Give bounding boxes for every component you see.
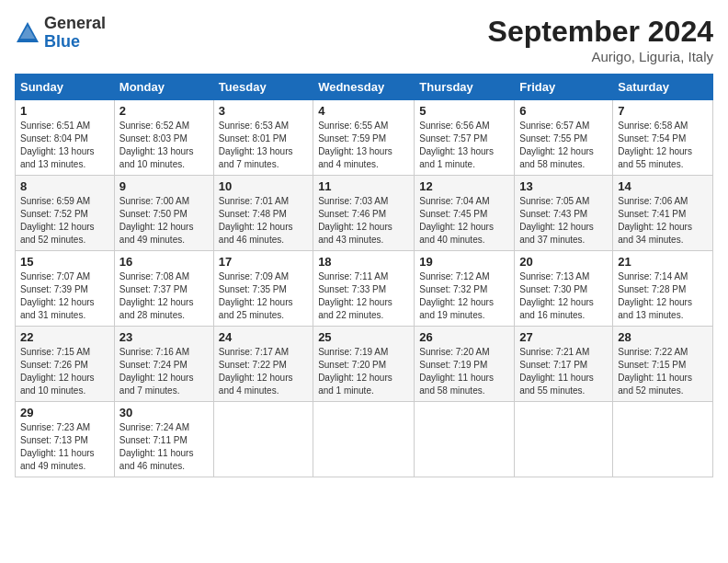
day-cell: 12Sunrise: 7:04 AM Sunset: 7:45 PM Dayli… — [415, 176, 515, 251]
day-info: Sunrise: 7:07 AM Sunset: 7:39 PM Dayligh… — [20, 270, 109, 322]
day-info: Sunrise: 7:14 AM Sunset: 7:28 PM Dayligh… — [618, 270, 708, 322]
day-number: 12 — [419, 179, 509, 193]
week-row-3: 15Sunrise: 7:07 AM Sunset: 7:39 PM Dayli… — [16, 251, 713, 327]
day-cell: 2Sunrise: 6:52 AM Sunset: 8:03 PM Daylig… — [114, 100, 213, 176]
day-number: 13 — [519, 179, 608, 193]
day-info: Sunrise: 7:13 AM Sunset: 7:30 PM Dayligh… — [519, 270, 608, 322]
day-number: 19 — [419, 255, 509, 269]
day-number: 27 — [519, 330, 608, 344]
dow-header-friday: Friday — [515, 75, 613, 100]
dow-header-thursday: Thursday — [415, 75, 515, 100]
dow-header-monday: Monday — [114, 75, 213, 100]
day-number: 11 — [318, 179, 409, 193]
day-number: 29 — [20, 406, 109, 419]
dow-header-sunday: Sunday — [16, 75, 115, 100]
day-number: 21 — [618, 255, 708, 269]
day-info: Sunrise: 7:17 AM Sunset: 7:22 PM Dayligh… — [219, 346, 308, 397]
day-cell — [213, 402, 313, 477]
day-cell: 4Sunrise: 6:55 AM Sunset: 7:59 PM Daylig… — [313, 100, 415, 176]
day-info: Sunrise: 6:52 AM Sunset: 8:03 PM Dayligh… — [119, 120, 209, 171]
day-info: Sunrise: 7:04 AM Sunset: 7:45 PM Dayligh… — [419, 195, 509, 247]
day-cell: 9Sunrise: 7:00 AM Sunset: 7:50 PM Daylig… — [114, 176, 213, 251]
day-number: 1 — [20, 104, 109, 118]
day-cell: 30Sunrise: 7:24 AM Sunset: 7:11 PM Dayli… — [114, 402, 213, 477]
day-number: 15 — [20, 255, 109, 269]
day-cell: 6Sunrise: 6:57 AM Sunset: 7:55 PM Daylig… — [515, 100, 613, 176]
day-cell: 28Sunrise: 7:22 AM Sunset: 7:15 PM Dayli… — [613, 327, 713, 402]
day-info: Sunrise: 6:58 AM Sunset: 7:54 PM Dayligh… — [618, 120, 708, 171]
day-cell: 1Sunrise: 6:51 AM Sunset: 8:04 PM Daylig… — [16, 100, 115, 176]
location: Aurigo, Liguria, Italy — [488, 49, 713, 64]
day-info: Sunrise: 6:55 AM Sunset: 7:59 PM Dayligh… — [318, 120, 409, 171]
day-number: 2 — [119, 104, 209, 118]
day-number: 6 — [519, 104, 608, 118]
day-info: Sunrise: 7:20 AM Sunset: 7:19 PM Dayligh… — [419, 346, 509, 397]
day-info: Sunrise: 6:56 AM Sunset: 7:57 PM Dayligh… — [419, 120, 509, 171]
day-cell: 5Sunrise: 6:56 AM Sunset: 7:57 PM Daylig… — [415, 100, 515, 176]
day-number: 22 — [20, 330, 109, 344]
dow-header-tuesday: Tuesday — [213, 75, 313, 100]
day-cell — [515, 402, 613, 477]
dow-header-saturday: Saturday — [613, 75, 713, 100]
logo-text: General Blue — [44, 15, 106, 52]
day-number: 26 — [419, 330, 509, 344]
day-info: Sunrise: 6:51 AM Sunset: 8:04 PM Dayligh… — [20, 120, 109, 171]
day-info: Sunrise: 7:16 AM Sunset: 7:24 PM Dayligh… — [119, 346, 209, 397]
day-info: Sunrise: 7:24 AM Sunset: 7:11 PM Dayligh… — [119, 421, 209, 473]
day-cell: 25Sunrise: 7:19 AM Sunset: 7:20 PM Dayli… — [313, 327, 415, 402]
day-info: Sunrise: 7:00 AM Sunset: 7:50 PM Dayligh… — [119, 195, 209, 247]
logo-blue: Blue — [44, 33, 106, 52]
logo: General Blue — [15, 15, 106, 52]
day-cell: 19Sunrise: 7:12 AM Sunset: 7:32 PM Dayli… — [415, 251, 515, 327]
day-info: Sunrise: 7:09 AM Sunset: 7:35 PM Dayligh… — [219, 270, 308, 322]
day-number: 25 — [318, 330, 409, 344]
calendar-table: SundayMondayTuesdayWednesdayThursdayFrid… — [15, 74, 713, 477]
day-cell: 17Sunrise: 7:09 AM Sunset: 7:35 PM Dayli… — [213, 251, 313, 327]
day-cell: 27Sunrise: 7:21 AM Sunset: 7:17 PM Dayli… — [515, 327, 613, 402]
day-number: 20 — [519, 255, 608, 269]
day-number: 30 — [119, 406, 209, 419]
logo-general: General — [44, 15, 106, 33]
day-cell: 18Sunrise: 7:11 AM Sunset: 7:33 PM Dayli… — [313, 251, 415, 327]
week-row-2: 8Sunrise: 6:59 AM Sunset: 7:52 PM Daylig… — [16, 176, 713, 251]
title-block: September 2024 Aurigo, Liguria, Italy — [488, 15, 713, 64]
week-row-4: 22Sunrise: 7:15 AM Sunset: 7:26 PM Dayli… — [16, 327, 713, 402]
day-number: 14 — [618, 179, 708, 193]
day-info: Sunrise: 7:05 AM Sunset: 7:43 PM Dayligh… — [519, 195, 608, 247]
day-info: Sunrise: 6:59 AM Sunset: 7:52 PM Dayligh… — [20, 195, 109, 247]
day-info: Sunrise: 6:57 AM Sunset: 7:55 PM Dayligh… — [519, 120, 608, 171]
day-number: 7 — [618, 104, 708, 118]
day-number: 18 — [318, 255, 409, 269]
day-cell — [613, 402, 713, 477]
dow-header-wednesday: Wednesday — [313, 75, 415, 100]
day-cell: 23Sunrise: 7:16 AM Sunset: 7:24 PM Dayli… — [114, 327, 213, 402]
day-info: Sunrise: 7:03 AM Sunset: 7:46 PM Dayligh… — [318, 195, 409, 247]
calendar-body: 1Sunrise: 6:51 AM Sunset: 8:04 PM Daylig… — [16, 100, 713, 477]
day-number: 9 — [119, 179, 209, 193]
day-cell: 3Sunrise: 6:53 AM Sunset: 8:01 PM Daylig… — [213, 100, 313, 176]
day-cell: 11Sunrise: 7:03 AM Sunset: 7:46 PM Dayli… — [313, 176, 415, 251]
day-cell: 16Sunrise: 7:08 AM Sunset: 7:37 PM Dayli… — [114, 251, 213, 327]
day-cell: 22Sunrise: 7:15 AM Sunset: 7:26 PM Dayli… — [16, 327, 115, 402]
day-info: Sunrise: 7:15 AM Sunset: 7:26 PM Dayligh… — [20, 346, 109, 397]
day-cell: 10Sunrise: 7:01 AM Sunset: 7:48 PM Dayli… — [213, 176, 313, 251]
week-row-5: 29Sunrise: 7:23 AM Sunset: 7:13 PM Dayli… — [16, 402, 713, 477]
day-cell: 8Sunrise: 6:59 AM Sunset: 7:52 PM Daylig… — [16, 176, 115, 251]
day-info: Sunrise: 7:06 AM Sunset: 7:41 PM Dayligh… — [618, 195, 708, 247]
month-title: September 2024 — [488, 15, 713, 49]
page-header: General Blue September 2024 Aurigo, Ligu… — [15, 15, 713, 64]
day-info: Sunrise: 6:53 AM Sunset: 8:01 PM Dayligh… — [219, 120, 308, 171]
day-cell: 26Sunrise: 7:20 AM Sunset: 7:19 PM Dayli… — [415, 327, 515, 402]
day-info: Sunrise: 7:08 AM Sunset: 7:37 PM Dayligh… — [119, 270, 209, 322]
week-row-1: 1Sunrise: 6:51 AM Sunset: 8:04 PM Daylig… — [16, 100, 713, 176]
day-info: Sunrise: 7:19 AM Sunset: 7:20 PM Dayligh… — [318, 346, 409, 397]
day-cell — [313, 402, 415, 477]
day-number: 17 — [219, 255, 308, 269]
day-cell: 24Sunrise: 7:17 AM Sunset: 7:22 PM Dayli… — [213, 327, 313, 402]
day-number: 4 — [318, 104, 409, 118]
day-info: Sunrise: 7:12 AM Sunset: 7:32 PM Dayligh… — [419, 270, 509, 322]
day-number: 16 — [119, 255, 209, 269]
day-number: 28 — [618, 330, 708, 344]
day-cell: 21Sunrise: 7:14 AM Sunset: 7:28 PM Dayli… — [613, 251, 713, 327]
day-number: 10 — [219, 179, 308, 193]
